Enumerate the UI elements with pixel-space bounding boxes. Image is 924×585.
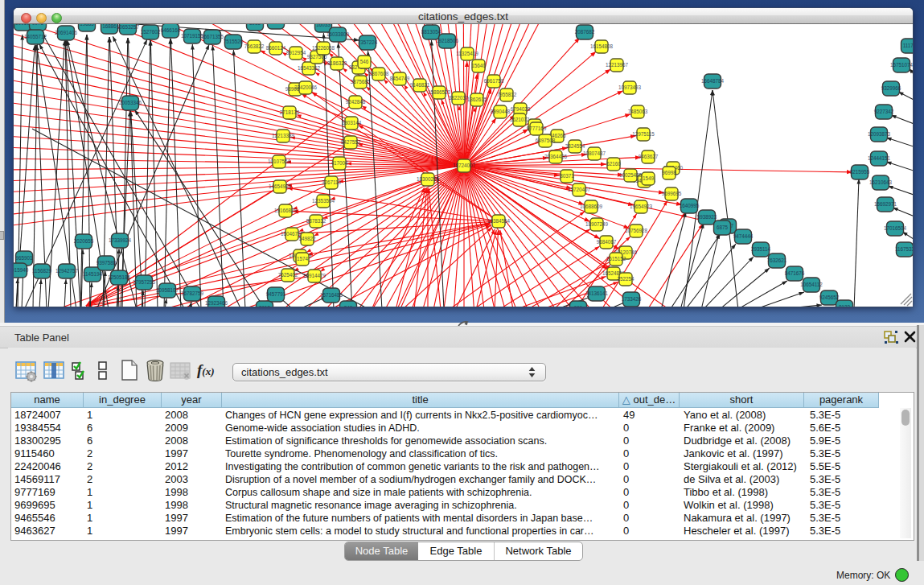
svg-text:9457791: 9457791 [266, 291, 286, 297]
svg-text:8878332: 8878332 [306, 218, 326, 224]
svg-text:16782759: 16782759 [181, 290, 204, 296]
svg-text:8990448: 8990448 [491, 109, 511, 114]
svg-text:5938923: 5938923 [697, 214, 717, 220]
svg-text:17016504: 17016504 [884, 225, 907, 231]
svg-text:12444151: 12444151 [868, 155, 891, 161]
svg-text:12975115: 12975115 [632, 131, 655, 137]
svg-text:9463627: 9463627 [639, 154, 659, 159]
svg-text:12213389: 12213389 [272, 133, 295, 138]
svg-text:6875: 6875 [717, 225, 729, 230]
svg-text:8427552: 8427552 [341, 139, 361, 145]
svg-text:18907249: 18907249 [585, 221, 609, 227]
svg-text:15886520: 15886520 [428, 89, 451, 95]
svg-text:2935114: 2935114 [751, 246, 771, 252]
svg-text:7515526: 7515526 [224, 39, 244, 44]
svg-text:12093873: 12093873 [868, 131, 891, 137]
svg-text:252254: 252254 [617, 276, 634, 282]
svg-text:15692971: 15692971 [874, 201, 897, 207]
svg-text:9474444: 9474444 [733, 233, 754, 239]
svg-text:9699695: 9699695 [662, 191, 682, 196]
svg-text:11325419: 11325419 [456, 51, 478, 56]
svg-text:8471676: 8471676 [785, 270, 805, 276]
svg-text:2867608: 2867608 [369, 71, 389, 76]
svg-text:7625402: 7625402 [278, 272, 298, 278]
svg-text:10653257: 10653257 [117, 24, 140, 30]
svg-text:15226058: 15226058 [312, 45, 335, 51]
svg-text:12942757: 12942757 [55, 268, 79, 274]
svg-text:23420046: 23420046 [294, 84, 318, 90]
svg-text:20053346: 20053346 [119, 100, 142, 105]
svg-text:10973493: 10973493 [618, 84, 642, 90]
svg-text:6466160: 6466160 [161, 27, 181, 33]
svg-text:12505185: 12505185 [108, 274, 131, 280]
svg-text:7955812: 7955812 [497, 92, 517, 97]
svg-text:1167533: 1167533 [895, 246, 913, 252]
svg-text:3875685: 3875685 [351, 79, 371, 84]
svg-text:15640: 15640 [471, 63, 486, 68]
svg-text:19218506: 19218506 [436, 38, 459, 43]
svg-text:18300295: 18300295 [417, 176, 440, 182]
svg-text:2020655: 2020655 [74, 238, 94, 244]
svg-text:6961758: 6961758 [484, 78, 504, 84]
svg-text:12923466: 12923466 [205, 300, 228, 306]
svg-text:7663822: 7663822 [244, 43, 265, 49]
svg-text:3267110: 3267110 [322, 179, 342, 185]
svg-text:1549: 1549 [643, 175, 655, 181]
svg-text:9329966: 9329966 [881, 85, 901, 91]
svg-text:16671355: 16671355 [201, 34, 224, 39]
svg-text:20060: 20060 [15, 24, 30, 26]
svg-text:3915940: 3915940 [14, 267, 29, 273]
svg-text:7485063: 7485063 [628, 109, 648, 114]
svg-text:8912954: 8912954 [286, 50, 306, 56]
svg-text:80371: 80371 [560, 173, 574, 179]
svg-text:1145194: 1145194 [83, 271, 103, 277]
svg-text:7357224: 7357224 [358, 39, 378, 45]
svg-text:14654925: 14654925 [269, 183, 292, 189]
svg-text:19384554: 19384554 [487, 218, 511, 224]
svg-text:1733426: 1733426 [622, 296, 642, 302]
svg-text:14055712: 14055712 [24, 34, 47, 39]
svg-text:16033: 16033 [316, 24, 331, 27]
svg-text:9973: 9973 [32, 24, 44, 26]
svg-text:14136141: 14136141 [585, 290, 609, 296]
svg-text:1362615: 1362615 [467, 97, 487, 102]
svg-text:8454749: 8454749 [390, 76, 410, 81]
svg-text:1615152: 1615152 [606, 256, 626, 262]
svg-text:20364436: 20364436 [544, 154, 568, 159]
svg-text:17339924: 17339924 [109, 237, 132, 243]
svg-text:16914479: 16914479 [303, 273, 326, 278]
svg-text:10025488: 10025488 [619, 172, 643, 178]
svg-text:549822: 549822 [298, 236, 316, 241]
svg-text:1621072: 1621072 [510, 117, 530, 122]
svg-text:96998: 96998 [662, 170, 676, 175]
svg-text:8122: 8122 [839, 304, 851, 307]
svg-text:3824554: 3824554 [565, 143, 585, 149]
svg-text:19685: 19685 [80, 24, 94, 27]
svg-text:15720407: 15720407 [568, 187, 591, 192]
svg-text:10688609: 10688609 [580, 204, 603, 209]
svg-text:11174: 11174 [903, 43, 913, 48]
svg-text:16648784: 16648784 [701, 78, 725, 84]
svg-text:8913: 8913 [249, 24, 261, 26]
svg-text:9777169: 9777169 [527, 126, 547, 131]
svg-text:546: 546 [360, 59, 369, 64]
svg-text:9684067: 9684067 [597, 239, 617, 245]
svg-text:8613: 8613 [259, 305, 271, 307]
svg-text:16886: 16886 [102, 24, 117, 29]
svg-text:10958107: 10958107 [156, 287, 179, 293]
svg-text:10756928: 10756928 [625, 228, 648, 233]
svg-text:9146821: 9146821 [410, 82, 430, 88]
svg-text:16033809: 16033809 [326, 31, 350, 37]
svg-text:19166829: 19166829 [274, 208, 298, 213]
svg-text:15716485: 15716485 [320, 292, 343, 298]
svg-text:19654923: 19654923 [630, 204, 653, 209]
svg-text:417004: 417004 [331, 160, 348, 166]
svg-text:6794028: 6794028 [511, 106, 531, 112]
svg-text:8215955: 8215955 [850, 169, 870, 175]
svg-text:9397588: 9397588 [97, 260, 117, 266]
svg-text:16154808: 16154808 [590, 43, 614, 49]
svg-text:8660124: 8660124 [266, 45, 286, 51]
svg-text:8186328: 8186328 [327, 60, 347, 66]
svg-text:7632621: 7632621 [767, 257, 787, 263]
svg-text:1574: 1574 [297, 256, 309, 262]
